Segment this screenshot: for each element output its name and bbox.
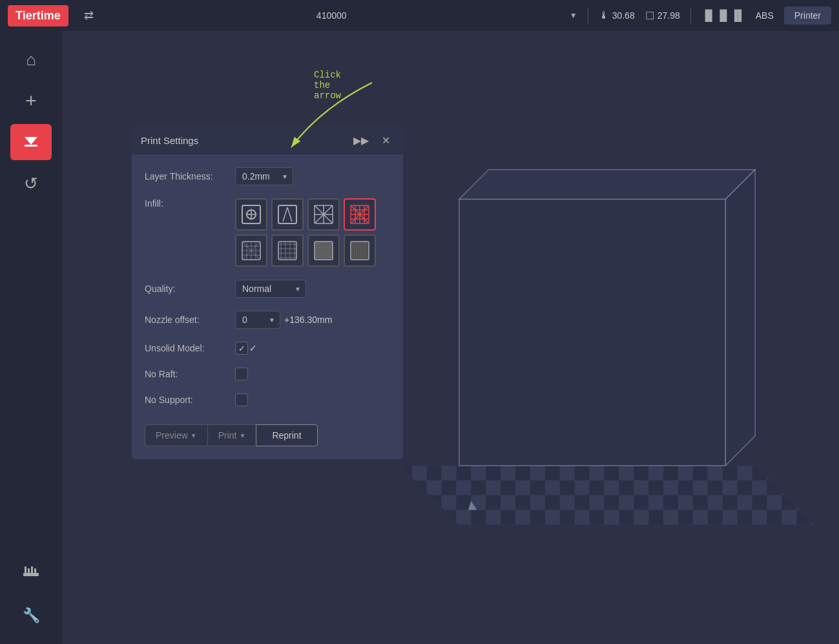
infill-label: Infill:: [145, 198, 229, 209]
sidebar-item-tools[interactable]: 🔧: [10, 597, 52, 634]
sidebar-item-print[interactable]: [10, 124, 52, 160]
svg-rect-2: [23, 573, 39, 576]
nozzle-offset-select[interactable]: 0 1 -1: [235, 311, 280, 329]
nozzle-offset-select-wrapper: 0 1 -1 ▼: [235, 311, 280, 329]
print-button[interactable]: Print ▼: [207, 424, 256, 446]
printer-id: 410000: [104, 10, 559, 21]
sidebar-item-home[interactable]: ⌂: [10, 41, 52, 78]
no-raft-label: No Raft:: [145, 369, 229, 379]
temp1-stat: 🌡 30.68: [599, 10, 635, 21]
content-area: Click the arrow Print Settings ▶▶ ✕ Laye…: [62, 31, 839, 644]
infill-grid: [235, 198, 376, 267]
preview-button[interactable]: Preview ▼: [145, 424, 207, 446]
infill-full-btn[interactable]: [307, 234, 340, 267]
no-raft-checkbox-wrapper: [235, 368, 248, 380]
main-area: ⌂ + ↺: [0, 31, 839, 644]
temp1-icon: 🌡: [599, 10, 609, 21]
tools-icon: 🔧: [23, 607, 40, 624]
measure-icon: [21, 560, 41, 583]
svg-rect-4: [28, 568, 30, 573]
print-icon: [21, 130, 41, 154]
unsolid-model-row: Unsolid Model: ✓: [145, 342, 390, 355]
printer-button[interactable]: Printer: [784, 6, 831, 25]
svg-marker-0: [25, 137, 37, 145]
hint-text: Click the arrow: [314, 70, 341, 101]
printer-id-dropdown-icon[interactable]: ▼: [570, 11, 577, 20]
svg-marker-36: [459, 170, 755, 200]
no-support-checkbox[interactable]: [235, 393, 248, 406]
nozzle-offset-mm-value: +136.30mm: [284, 315, 332, 325]
preview-btn-label: Preview: [156, 430, 188, 441]
temp2-icon: ☐: [645, 10, 654, 22]
unsolid-model-label: Unsolid Model:: [145, 343, 229, 353]
layer-thickness-row: Layer Thickness: 0.1mm 0.2mm 0.3mm ▼: [145, 167, 390, 185]
preview-dropdown-icon[interactable]: ▼: [191, 432, 197, 439]
svg-rect-39: [459, 199, 725, 465]
nozzle-offset-row: Nozzle offset: 0 1 -1 ▼ +136.30mm: [145, 311, 390, 329]
panel-close-button[interactable]: ✕: [378, 133, 394, 148]
unsolid-model-checkbox-wrapper: ✓: [235, 342, 257, 355]
sidebar: ⌂ + ↺: [0, 31, 62, 644]
print-dropdown-icon[interactable]: ▼: [240, 432, 246, 439]
layer-thickness-select-wrapper: 0.1mm 0.2mm 0.3mm ▼: [235, 167, 293, 185]
no-raft-row: No Raft:: [145, 368, 390, 380]
sidebar-item-add[interactable]: +: [10, 83, 52, 119]
quality-select[interactable]: Draft Normal Fine Ultra Fine: [235, 280, 306, 298]
app-logo: Tiertime: [8, 5, 68, 26]
panel-footer: Preview ▼ Print ▼ Reprint: [132, 424, 403, 459]
panel-title: Print Settings: [141, 135, 344, 146]
undo-icon: ↺: [24, 174, 38, 194]
infill-dense2-btn[interactable]: [235, 234, 267, 267]
svg-rect-6: [34, 568, 36, 573]
layer-thickness-label: Layer Thickness:: [145, 171, 229, 182]
nozzle-offset-label: Nozzle offset:: [145, 315, 229, 325]
quality-select-wrapper: Draft Normal Fine Ultra Fine ▼: [235, 280, 306, 298]
temp2-stat: ☐ 27.98: [645, 10, 680, 22]
connection-icon: ⇄: [84, 8, 94, 23]
svg-rect-5: [31, 566, 33, 573]
svg-rect-1: [25, 145, 37, 147]
nozzle-offset-controls: 0 1 -1 ▼ +136.30mm: [235, 311, 332, 329]
panel-body: Layer Thickness: 0.1mm 0.2mm 0.3mm ▼ Inf…: [132, 154, 403, 424]
sidebar-item-measure[interactable]: [10, 554, 52, 590]
topbar: Tiertime ⇄ 410000 ▼ 🌡 30.68 ☐ 27.98 ▐▌▐▌…: [0, 0, 839, 31]
3d-viewport: [353, 63, 826, 631]
no-raft-checkbox[interactable]: [235, 368, 248, 380]
barcode-icon: ▐▌▐▌▐▌: [701, 10, 745, 21]
svg-marker-38: [725, 170, 755, 466]
layer-thickness-select[interactable]: 0.1mm 0.2mm 0.3mm: [235, 167, 293, 185]
print-settings-panel: Print Settings ▶▶ ✕ Layer Thickness: 0.1…: [132, 127, 403, 459]
infill-medium-btn[interactable]: [271, 234, 304, 267]
no-support-checkbox-wrapper: [235, 393, 248, 406]
infill-hollow-btn[interactable]: [235, 198, 267, 231]
add-icon: +: [25, 90, 37, 112]
reprint-button[interactable]: Reprint: [256, 424, 317, 446]
svg-marker-33: [400, 466, 814, 525]
infill-grid-btn[interactable]: [307, 198, 340, 231]
panel-expand-button[interactable]: ▶▶: [349, 133, 373, 148]
print-btn-label: Print: [218, 430, 237, 441]
quality-label: Quality:: [145, 284, 229, 294]
svg-rect-3: [25, 566, 26, 573]
home-icon: ⌂: [26, 50, 36, 70]
3d-scene-svg: [353, 63, 826, 631]
no-support-label: No Support:: [145, 395, 229, 405]
unsolid-model-check-mark: ✓: [249, 343, 257, 353]
infill-dense-btn[interactable]: [344, 198, 376, 231]
temp2-value: 27.98: [658, 10, 680, 21]
temp1-value: 30.68: [612, 10, 635, 21]
topbar-divider-2: [690, 8, 691, 23]
material-label: ABS: [756, 10, 774, 21]
infill-row: Infill:: [145, 198, 390, 267]
infill-sparse-btn[interactable]: [271, 198, 304, 231]
panel-header: Print Settings ▶▶ ✕: [132, 127, 403, 154]
quality-row: Quality: Draft Normal Fine Ultra Fine ▼: [145, 280, 390, 298]
unsolid-model-checkbox[interactable]: [235, 342, 248, 355]
sidebar-item-undo[interactable]: ↺: [10, 165, 52, 202]
topbar-divider-1: [588, 8, 588, 23]
infill-solid-btn[interactable]: [344, 234, 376, 267]
no-support-row: No Support:: [145, 393, 390, 406]
